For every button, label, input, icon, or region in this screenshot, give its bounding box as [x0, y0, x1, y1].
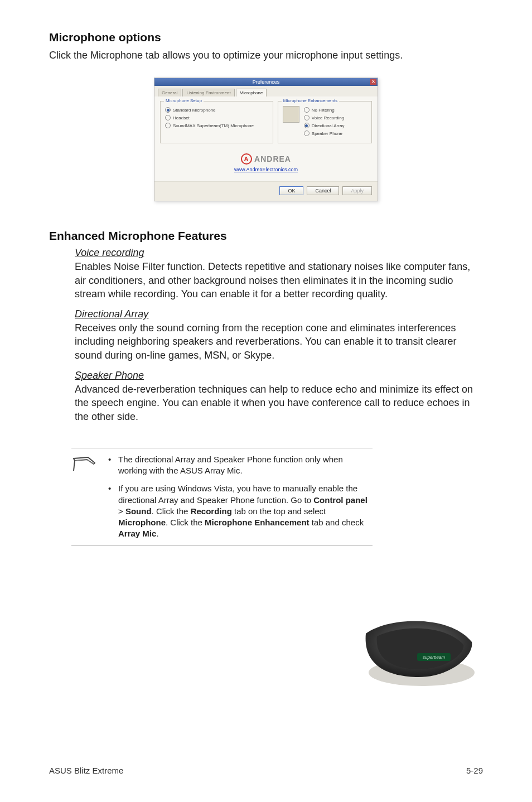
- brand-block: A ANDREA www.AndreaElectronics.com: [160, 153, 372, 172]
- feature-text: Receives only the sound coming from the …: [75, 321, 483, 362]
- microphone-enhancements-panel: Microphone Enhancements No Filtering Voi…: [278, 101, 372, 143]
- dialog-titlebar: Preferences X: [154, 78, 378, 86]
- microphone-setup-legend: Microphone Setup: [164, 98, 204, 103]
- radio-icon: [304, 107, 309, 113]
- microphone-enhancements-legend: Microphone Enhancements: [282, 98, 339, 103]
- apply-button[interactable]: Apply: [342, 186, 372, 195]
- tab-microphone[interactable]: Microphone: [236, 89, 267, 96]
- array-mic-image: superbeam: [355, 611, 483, 689]
- ok-button[interactable]: OK: [279, 186, 303, 195]
- tab-general[interactable]: General: [158, 89, 181, 96]
- radio-icon: [304, 123, 309, 128]
- enhancements-icon: [283, 106, 299, 123]
- note-text: .: [156, 529, 158, 538]
- note-bold: Control panel: [313, 495, 367, 505]
- note-bold: Microphone Enhancement: [205, 518, 309, 527]
- section-title-enhanced-features: Enhanced Microphone Features: [49, 229, 483, 243]
- radio-icon: [165, 107, 171, 113]
- feature-speaker-phone: Speaker Phone Advanced de-reverberation …: [75, 370, 483, 423]
- feature-voice-recording: Voice recording Enables Noise Filter fun…: [75, 247, 483, 301]
- footer-right: 5-29: [466, 766, 483, 775]
- feature-title: Speaker Phone: [75, 370, 483, 381]
- note-bold: Sound: [125, 506, 152, 516]
- radio-headset[interactable]: Headset: [165, 115, 268, 120]
- feature-text: Advanced de-reverberation techniques can…: [75, 383, 483, 423]
- radio-label: Headset: [173, 115, 190, 120]
- note-icon: [71, 454, 97, 475]
- radio-icon: [304, 131, 309, 136]
- andrea-logo-icon: A: [241, 153, 252, 165]
- andrea-logo: A ANDREA: [241, 153, 291, 165]
- radio-speaker-phone[interactable]: Speaker Phone: [304, 131, 345, 136]
- radio-icon: [165, 115, 171, 120]
- feature-title: Directional Array: [75, 308, 483, 320]
- intro-paragraph: Click the Microphone tab allows you to o…: [49, 49, 483, 62]
- note-bold: Recording: [191, 506, 232, 516]
- radio-voice-recording[interactable]: Voice Recording: [304, 115, 345, 120]
- cancel-button[interactable]: Cancel: [307, 186, 339, 195]
- radio-icon: [165, 123, 171, 128]
- note-text: >: [118, 506, 125, 516]
- radio-label: Standard Microphone: [173, 108, 216, 113]
- section-title-microphone-options: Microphone options: [49, 31, 483, 44]
- note-text: tab on the top and select: [232, 506, 326, 516]
- note-text: . Click the: [152, 506, 191, 516]
- radio-label: Speaker Phone: [312, 131, 342, 136]
- feature-directional-array: Directional Array Receives only the soun…: [75, 308, 483, 362]
- radio-label: SoundMAX Superbeam(TM) Microphone: [173, 123, 254, 128]
- dialog-buttons: OK Cancel Apply: [154, 181, 378, 201]
- note-item-2: If you are using Windows Vista, you have…: [105, 483, 373, 539]
- note-text: . Click the: [166, 518, 205, 527]
- andrea-link[interactable]: www.AndreaElectronics.com: [160, 167, 372, 172]
- footer-left: ASUS Blitz Extreme: [49, 766, 123, 775]
- preferences-dialog: Preferences X General Listening Environm…: [154, 78, 378, 201]
- dialog-tabs: General Listening Environment Microphone: [154, 86, 378, 96]
- radio-icon: [304, 115, 309, 120]
- radio-standard-microphone[interactable]: Standard Microphone: [165, 107, 268, 113]
- dialog-title: Preferences: [253, 79, 280, 85]
- note-item-1: The directional Array and Speaker Phone …: [105, 454, 373, 477]
- close-icon[interactable]: X: [370, 79, 376, 85]
- radio-superbeam-microphone[interactable]: SoundMAX Superbeam(TM) Microphone: [165, 123, 268, 128]
- note-block: The directional Array and Speaker Phone …: [71, 448, 373, 546]
- radio-label: Directional Array: [312, 123, 345, 128]
- radio-label: Voice Recording: [312, 115, 344, 120]
- note-bold: Array Mic: [118, 529, 156, 538]
- microphone-setup-panel: Microphone Setup Standard Microphone Hea…: [160, 101, 273, 143]
- page-footer: ASUS Blitz Extreme 5-29: [49, 766, 483, 775]
- tab-listening-environment[interactable]: Listening Environment: [182, 89, 234, 96]
- svg-text:superbeam: superbeam: [423, 655, 445, 660]
- radio-directional-array[interactable]: Directional Array: [304, 123, 345, 128]
- note-text: tab and check: [309, 518, 364, 527]
- andrea-logo-text: ANDREA: [254, 154, 291, 163]
- radio-no-filtering[interactable]: No Filtering: [304, 107, 345, 113]
- feature-title: Voice recording: [75, 247, 483, 259]
- feature-text: Enables Noise Filter function. Detects r…: [75, 260, 483, 301]
- note-bold: Microphone: [118, 518, 166, 527]
- radio-label: No Filtering: [312, 108, 335, 113]
